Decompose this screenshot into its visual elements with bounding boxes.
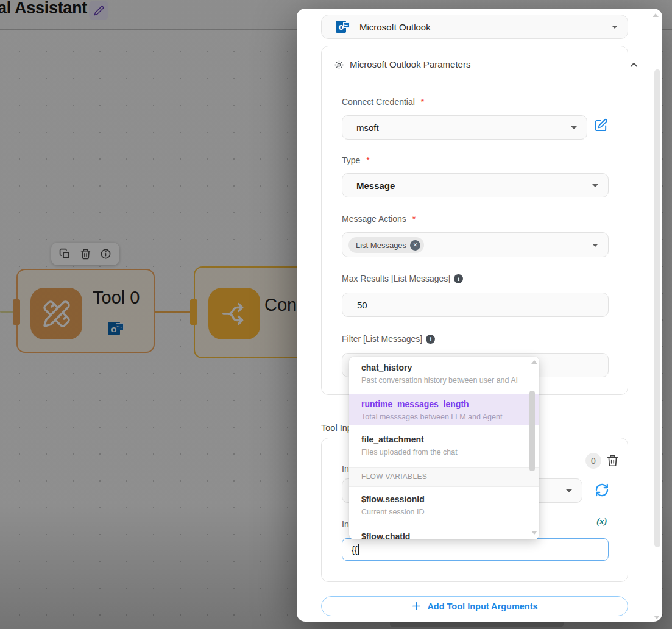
plus-icon bbox=[411, 601, 422, 611]
add-tool-input-arguments-button[interactable]: Add Tool Input Arguments bbox=[321, 596, 628, 616]
type-select[interactable]: Message bbox=[342, 173, 609, 197]
suggestion-desc: Past conversation history between user a… bbox=[361, 376, 518, 385]
suggestion-item[interactable]: file_attachment bbox=[361, 435, 424, 444]
chevron-down-icon bbox=[592, 184, 598, 187]
max-results-input[interactable]: 50 bbox=[342, 293, 609, 317]
modal-scrollbar-thumb[interactable] bbox=[654, 69, 660, 547]
type-label: Type* bbox=[342, 155, 370, 165]
chip-label: List Messages bbox=[356, 241, 406, 250]
modal-scroll-down-icon[interactable] bbox=[654, 616, 660, 619]
modal-scroll-up-icon[interactable] bbox=[653, 13, 659, 17]
selected-action-chip: List Messages ✕ bbox=[348, 237, 424, 253]
suggestion-desc: Files uploaded from the chat bbox=[361, 448, 458, 457]
type-value: Message bbox=[356, 180, 395, 191]
collapse-section-icon[interactable] bbox=[629, 60, 639, 70]
suggestion-item[interactable]: $flow.chatId bbox=[361, 531, 410, 539]
node-type-value: Microsoft Outlook bbox=[359, 22, 431, 32]
max-results-value: 50 bbox=[352, 300, 367, 310]
credential-select[interactable]: msoft bbox=[342, 115, 587, 140]
gear-icon bbox=[334, 60, 344, 70]
argument-value-text: {{ bbox=[352, 545, 358, 555]
required-asterisk: * bbox=[366, 155, 369, 165]
suggestion-item[interactable]: chat_history bbox=[361, 363, 412, 372]
tool-config-panel: o Microsoft Outlook Microsoft Outlook Pa… bbox=[297, 9, 662, 622]
app-root: al Assistant Tool 0 bbox=[0, 0, 672, 629]
variable-suggestion-popup: chat_history Past conversation history b… bbox=[349, 357, 539, 539]
text-cursor bbox=[358, 544, 359, 555]
scroll-down-icon[interactable] bbox=[531, 531, 537, 535]
add-button-label: Add Tool Input Arguments bbox=[427, 602, 537, 611]
node-type-select[interactable]: o Microsoft Outlook bbox=[321, 15, 628, 39]
chevron-down-icon bbox=[566, 489, 572, 492]
filter-label: Filter [List Messages] i bbox=[342, 334, 435, 344]
variable-icon: (x) bbox=[596, 516, 607, 527]
chevron-down-icon bbox=[571, 126, 577, 129]
refresh-icon[interactable] bbox=[595, 483, 609, 497]
info-icon[interactable]: i bbox=[426, 335, 435, 344]
argument-index-badge: 0 bbox=[585, 453, 601, 469]
suggestion-item[interactable]: $flow.sessionId bbox=[361, 494, 425, 504]
section-header: FLOW VARIABLES bbox=[361, 472, 427, 481]
edit-credential-icon[interactable] bbox=[594, 118, 608, 132]
required-asterisk: * bbox=[412, 214, 416, 224]
remove-chip-icon[interactable]: ✕ bbox=[410, 240, 420, 251]
message-actions-label: Message Actions* bbox=[342, 214, 416, 224]
credential-value: msoft bbox=[356, 123, 379, 133]
message-actions-select[interactable]: List Messages ✕ bbox=[342, 232, 609, 257]
tool-input-section-label: Tool Inp bbox=[321, 423, 352, 433]
required-asterisk: * bbox=[421, 97, 424, 107]
suggestion-desc: Current session ID bbox=[361, 508, 425, 516]
popup-scrollbar[interactable] bbox=[531, 357, 537, 539]
scroll-up-icon[interactable] bbox=[531, 360, 537, 364]
suggestion-item-selected[interactable]: runtime_messages_length bbox=[361, 399, 469, 409]
delete-argument-icon[interactable] bbox=[606, 454, 619, 467]
suggestion-desc: Total messsages between LLM and Agent bbox=[361, 413, 502, 421]
credential-label: Connect Credential* bbox=[342, 97, 424, 107]
popup-scrollbar-thumb[interactable] bbox=[529, 391, 535, 471]
parameters-card: Microsoft Outlook Parameters Connect Cre… bbox=[321, 46, 628, 395]
argument-value-input[interactable]: {{ bbox=[342, 538, 609, 561]
outlook-logo-icon: o bbox=[336, 20, 350, 34]
chevron-down-icon bbox=[592, 244, 598, 247]
info-icon[interactable]: i bbox=[454, 274, 463, 283]
max-results-label: Max Results [List Messages] i bbox=[342, 274, 463, 283]
chevron-down-icon bbox=[612, 26, 618, 29]
parameters-title: Microsoft Outlook Parameters bbox=[350, 59, 470, 69]
